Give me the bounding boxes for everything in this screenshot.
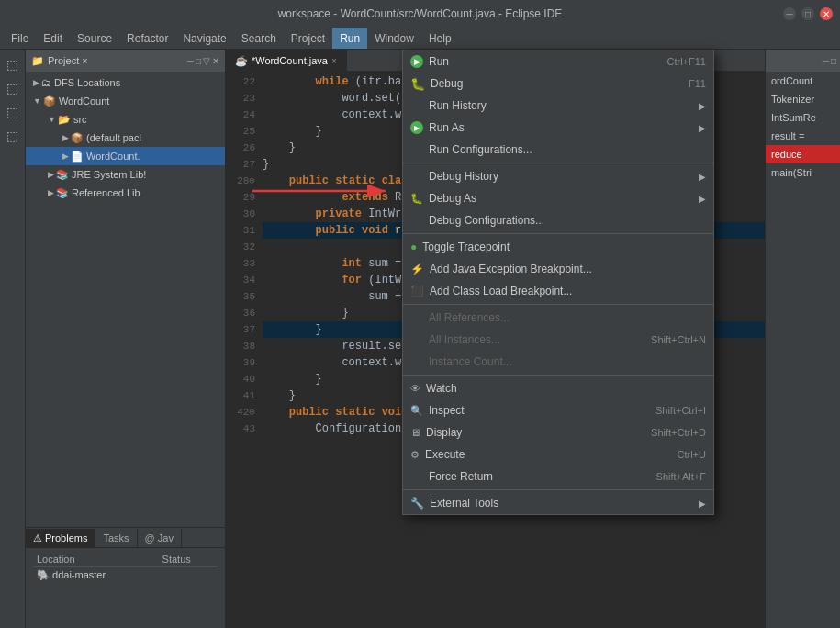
project-explorer: 📁 Project × ─ □ ▽ ✕ ▶ 🗂 DFS Locations ▼ … <box>26 50 226 628</box>
run-configs-label: Run Configurations... <box>429 143 532 156</box>
tree-item-wordcount[interactable]: ▼ 📦 WordCount <box>26 92 225 110</box>
panel-maximize-icon[interactable]: □ <box>196 56 201 66</box>
tree-item-dfs[interactable]: ▶ 🗂 DFS Locations <box>26 73 225 92</box>
sep-5 <box>403 489 713 490</box>
left-toolbar: ⬚ ⬚ ⬚ ⬚ <box>0 50 26 628</box>
run-item-force-return[interactable]: Force Return Shift+Alt+F <box>403 465 713 488</box>
right-item-0[interactable]: ordCount <box>766 72 840 90</box>
all-instances-label: All Instances... <box>429 333 500 346</box>
tab-wordcount-java[interactable]: ☕ *WordCount.java × <box>226 50 347 71</box>
debug-as-label: Debug As <box>429 192 476 205</box>
maximize-button[interactable]: □ <box>801 7 814 20</box>
tab-problems[interactable]: ⚠ Problems <box>26 529 95 547</box>
menu-navigate[interactable]: Navigate <box>175 28 233 49</box>
debug-history-label: Debug History <box>429 170 498 183</box>
right-item-4[interactable]: reduce <box>766 145 840 163</box>
run-item-run-configs[interactable]: Run Configurations... <box>403 139 713 161</box>
run-item-debug-configs[interactable]: Debug Configurations... <box>403 209 713 231</box>
table-row[interactable]: 🐘 ddai-master <box>33 567 218 584</box>
run-item-toggle-trace[interactable]: ● Toggle Tracepoint <box>403 236 713 258</box>
menu-edit[interactable]: Edit <box>36 28 70 49</box>
wordcount-icon: 📦 <box>43 95 56 107</box>
menu-help[interactable]: Help <box>421 28 459 49</box>
external-tools-label: External Tools <box>430 497 498 510</box>
toolbar-icon-3[interactable]: ⬚ <box>2 101 24 123</box>
debug-label: Debug <box>431 77 463 90</box>
bottom-panel: ⚠ Problems Tasks @ Jav Location Status <box>26 527 225 628</box>
bottom-content: Location Status 🐘 ddai-master <box>26 548 225 587</box>
run-item-inspect[interactable]: 🔍 Inspect Shift+Ctrl+I <box>403 399 713 421</box>
toolbar-icon-4[interactable]: ⬚ <box>2 125 24 147</box>
tree-item-wordcount-java[interactable]: ▶ 📄 WordCount. <box>26 147 225 165</box>
panel-close-icon[interactable]: ✕ <box>212 56 219 66</box>
toolbar-icon-1[interactable]: ⬚ <box>2 53 24 75</box>
run-item-java-exception[interactable]: ⚡ Add Java Exception Breakpoint... <box>403 258 713 280</box>
run-shortcut: Ctrl+F11 <box>667 56 707 67</box>
tree-item-default-pack[interactable]: ▶ 📦 (default pacl <box>26 129 225 147</box>
line-numbers: 22 23 24 25 26 27 28⊖ 29 30 31 32 33 34 … <box>226 73 259 626</box>
panel-minimize-icon[interactable]: ─ <box>187 56 194 66</box>
run-item-display[interactable]: 🖥 Display Shift+Ctrl+D <box>403 421 713 443</box>
tasks-label: Tasks <box>103 533 129 544</box>
right-item-3[interactable]: result = <box>766 127 840 145</box>
run-item-run[interactable]: ▶ Run Ctrl+F11 <box>403 50 713 73</box>
tree-arrow-src: ▼ <box>48 115 56 124</box>
run-icon: ▶ <box>410 55 423 68</box>
menu-window[interactable]: Window <box>367 28 421 49</box>
tree-arrow-java: ▶ <box>62 151 69 161</box>
force-return-shortcut: Shift+Alt+F <box>656 471 706 482</box>
right-item-5[interactable]: main(Stri <box>766 163 840 182</box>
menu-search[interactable]: Search <box>234 28 284 49</box>
run-item-watch[interactable]: 👁 Watch <box>403 377 713 399</box>
force-return-label: Force Return <box>429 470 493 483</box>
right-items: ordCount Tokenizer IntSumRe result = red… <box>766 72 840 628</box>
tab-tasks[interactable]: Tasks <box>95 529 137 547</box>
tree-item-reflib[interactable]: ▶ 📚 Referenced Lib <box>26 184 225 202</box>
sep-2 <box>403 233 713 234</box>
debug-shortcut: F11 <box>689 78 706 89</box>
tree-item-src[interactable]: ▼ 📂 src <box>26 110 225 129</box>
close-button[interactable]: ✕ <box>820 7 833 20</box>
javadoc-label: Jav <box>158 533 174 544</box>
run-item-debug-as[interactable]: 🐛 Debug As ▶ <box>403 187 713 209</box>
dfs-label: DFS Locations <box>54 77 120 88</box>
inspect-icon: 🔍 <box>410 405 423 417</box>
run-item-debug-history[interactable]: Debug History ▶ <box>403 165 713 187</box>
right-minimize-icon[interactable]: ─ <box>823 56 829 66</box>
java-tab-icon: ☕ <box>235 55 248 67</box>
execute-icon: ⚙ <box>410 449 420 461</box>
watch-icon: 👁 <box>410 383 420 394</box>
menu-project[interactable]: Project <box>284 28 332 49</box>
run-item-class-load[interactable]: ⬛ Add Class Load Breakpoint... <box>403 280 713 302</box>
tree-arrow-reflib: ▶ <box>48 188 54 197</box>
panel-menu-icon[interactable]: ▽ <box>203 56 210 66</box>
run-item-all-refs: All References... <box>403 307 713 329</box>
class-load-label: Add Class Load Breakpoint... <box>430 285 572 297</box>
run-item-debug[interactable]: 🐛 Debug F11 <box>403 73 713 95</box>
menu-file[interactable]: File <box>4 28 36 49</box>
tree-item-jre[interactable]: ▶ 📚 JRE System Lib! <box>26 165 225 184</box>
debug-icon: 🐛 <box>410 77 425 91</box>
right-item-1[interactable]: Tokenizer <box>766 90 840 108</box>
debug-as-arrow: ▶ <box>699 194 706 204</box>
tab-javadoc[interactable]: @ Jav <box>138 529 182 547</box>
menu-source[interactable]: Source <box>70 28 119 49</box>
run-item-execute[interactable]: ⚙ Execute Ctrl+U <box>403 443 713 465</box>
panel-title-controls: ─ □ ▽ ✕ <box>187 56 219 66</box>
run-item-run-history[interactable]: Run History ▶ <box>403 95 713 117</box>
run-item-external-tools[interactable]: 🔧 External Tools ▶ <box>403 492 713 514</box>
right-maximize-icon[interactable]: □ <box>831 56 836 66</box>
jre-label: JRE System Lib! <box>72 169 146 180</box>
javadoc-icon: @ <box>145 533 155 544</box>
dfs-icon: 🗂 <box>41 77 51 88</box>
tab-close-button[interactable]: × <box>331 56 337 66</box>
right-item-2[interactable]: IntSumRe <box>766 108 840 127</box>
run-item-run-as[interactable]: ▶ Run As ▶ <box>403 117 713 139</box>
menu-refactor[interactable]: Refactor <box>119 28 175 49</box>
minimize-button[interactable]: ─ <box>783 7 796 20</box>
toolbar-icon-2[interactable]: ⬚ <box>2 77 24 99</box>
reflib-icon: 📚 <box>56 187 69 199</box>
right-panel-header: ─ □ <box>766 50 840 72</box>
menu-run[interactable]: Run <box>332 28 367 49</box>
execute-label: Execute <box>425 448 465 461</box>
